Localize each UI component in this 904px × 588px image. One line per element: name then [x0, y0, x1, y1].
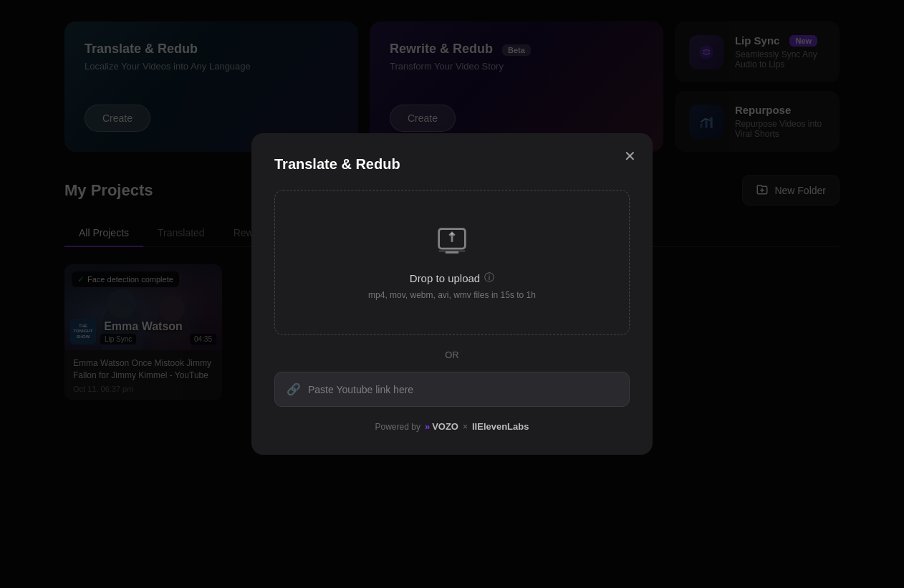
upload-icon: [298, 225, 606, 263]
powered-by-label: Powered by: [375, 422, 420, 432]
youtube-placeholder-text: Paste Youtube link here: [308, 384, 413, 395]
link-icon: 🔗: [287, 382, 301, 396]
modal-title: Translate & Redub: [274, 156, 630, 173]
youtube-input-row[interactable]: 🔗 Paste Youtube link here: [274, 372, 630, 407]
elevenlabs-label: IIElevenLabs: [472, 421, 529, 432]
vozo-label-text: VOZO: [432, 421, 458, 432]
separator: ×: [463, 422, 468, 432]
upload-drop-text: Drop to upload ⓘ: [298, 271, 606, 284]
vozo-logo: » VOZO: [425, 421, 458, 432]
upload-file-types: mp4, mov, webm, avi, wmv files in 15s to…: [298, 290, 606, 300]
powered-by: Powered by » VOZO × IIElevenLabs: [274, 421, 630, 432]
info-icon: ⓘ: [484, 271, 494, 284]
translate-modal: Translate & Redub ✕ Drop to upload ⓘ mp4…: [251, 133, 653, 455]
vozo-chevrons: »: [425, 421, 430, 432]
drop-text: Drop to upload: [410, 272, 480, 284]
modal-overlay: Translate & Redub ✕ Drop to upload ⓘ mp4…: [0, 0, 904, 588]
or-label: OR: [445, 350, 459, 360]
or-divider: OR: [274, 350, 630, 360]
modal-close-button[interactable]: ✕: [618, 145, 641, 168]
upload-zone[interactable]: Drop to upload ⓘ mp4, mov, webm, avi, wm…: [274, 190, 630, 335]
